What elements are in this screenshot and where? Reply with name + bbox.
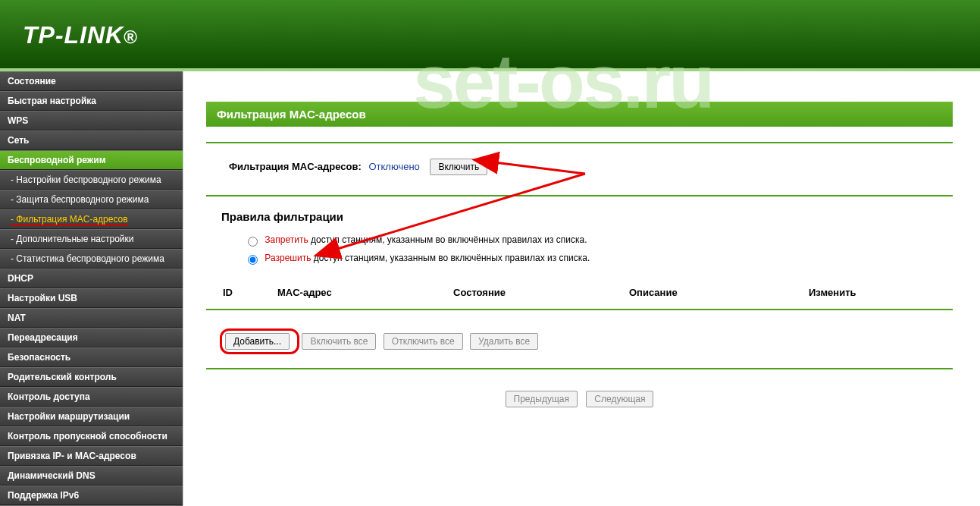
deny-word: Запретить [265, 234, 308, 245]
sidebar-item-21[interactable]: Поддержка IPv6 [0, 486, 183, 505]
col-id: ID [218, 287, 273, 298]
disable-all-button[interactable]: Отключить все [384, 333, 463, 350]
sidebar-item-9[interactable]: - Статистика беспроводного режима [0, 249, 183, 269]
action-button-row: Добавить... Включить все Отключить все У… [206, 321, 953, 362]
filter-status-row: Фильтрация MAC-адресов: Отключено Включи… [206, 156, 953, 189]
sidebar-item-14[interactable]: Безопасность [0, 347, 183, 367]
deny-radio[interactable] [248, 237, 258, 247]
sidebar-item-8[interactable]: - Дополнительные настройки [0, 229, 183, 249]
deny-text: доступ станциям, указанным во включённых… [308, 234, 587, 245]
main-content: Фильтрация MAC-адресов Фильтрация MAC-ад… [183, 71, 980, 506]
enable-button[interactable]: Включить [430, 159, 487, 175]
sidebar-item-2[interactable]: WPS [0, 111, 183, 130]
sidebar: СостояниеБыстрая настройкаWPSСетьБеспров… [0, 71, 183, 506]
sidebar-item-3[interactable]: Сеть [0, 130, 183, 150]
sidebar-item-19[interactable]: Привязка IP- и MAC-адресов [0, 446, 183, 466]
next-button[interactable]: Следующая [586, 391, 653, 407]
sidebar-item-7[interactable]: - Фильтрация MAC-адресов [0, 209, 183, 229]
add-highlight: Добавить... [220, 328, 299, 354]
sidebar-item-20[interactable]: Динамический DNS [0, 466, 183, 486]
status-value: Отключено [368, 161, 419, 172]
col-state: Состояние [449, 287, 625, 298]
sidebar-item-13[interactable]: Переадресация [0, 328, 183, 347]
col-edit: Изменить [804, 287, 904, 298]
prev-button[interactable]: Предыдущая [506, 391, 578, 407]
sidebar-item-10[interactable]: DHCP [0, 269, 183, 288]
sidebar-item-12[interactable]: NAT [0, 308, 183, 328]
sidebar-item-5[interactable]: - Настройки беспроводного режима [0, 170, 183, 190]
sidebar-item-18[interactable]: Контроль пропускной способности [0, 426, 183, 446]
sidebar-item-17[interactable]: Настройки маршрутизации [0, 407, 183, 426]
deny-rule-row[interactable]: Запретить доступ станциям, указанным во … [206, 231, 953, 249]
enable-all-button[interactable]: Включить все [302, 333, 376, 350]
sidebar-item-0[interactable]: Состояние [0, 71, 183, 91]
pagination-row: Предыдущая Следующая [206, 380, 953, 418]
add-button[interactable]: Добавить... [225, 333, 290, 350]
sidebar-item-15[interactable]: Родительский контроль [0, 367, 183, 387]
allow-radio[interactable] [248, 255, 258, 265]
table-header: ID MAC-адрес Состояние Описание Изменить [206, 285, 953, 301]
allow-rule-row[interactable]: Разрешить доступ станциям, указанным во … [206, 249, 953, 267]
rules-heading: Правила фильтрации [206, 207, 953, 231]
sidebar-item-11[interactable]: Настройки USB [0, 288, 183, 308]
header: TP-LINK® [0, 0, 980, 71]
status-label: Фильтрация MAC-адресов: [229, 161, 362, 172]
page-title: Фильтрация MAC-адресов [206, 102, 953, 127]
sidebar-item-6[interactable]: - Защита беспроводного режима [0, 190, 183, 209]
allow-word: Разрешить [265, 253, 311, 263]
col-mac: MAC-адрес [273, 287, 449, 298]
sidebar-item-4[interactable]: Беспроводной режим [0, 150, 183, 170]
allow-text: доступ станциям, указанным во включённых… [311, 253, 590, 263]
brand-logo: TP-LINK® [23, 21, 138, 49]
delete-all-button[interactable]: Удалить все [470, 333, 538, 350]
sidebar-item-16[interactable]: Контроль доступа [0, 387, 183, 407]
col-desc: Описание [625, 287, 804, 298]
sidebar-item-1[interactable]: Быстрая настройка [0, 91, 183, 111]
